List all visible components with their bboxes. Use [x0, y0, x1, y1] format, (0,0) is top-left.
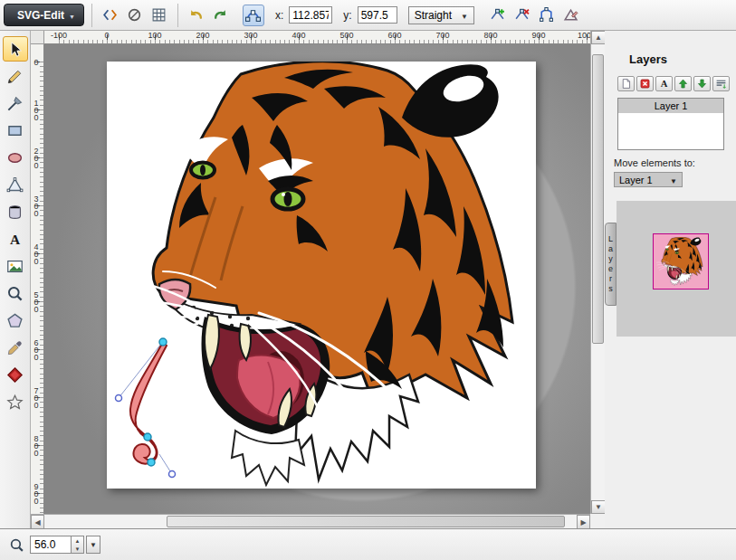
left-ruler: 0100200300400500600700800900 [31, 44, 44, 514]
move-layer-down-button[interactable] [693, 76, 711, 91]
delete-layer-button[interactable] [636, 76, 654, 91]
canvas-workarea[interactable] [44, 44, 590, 514]
scroll-left-arrow[interactable]: ◀ [31, 515, 44, 529]
delete-node-button[interactable] [511, 5, 533, 26]
horizontal-scrollbar[interactable]: ◀ ▶ [31, 514, 590, 528]
link-control-points-button[interactable] [243, 5, 264, 26]
green-up-arrow-icon [677, 78, 689, 90]
scroll-down-arrow[interactable]: ▼ [591, 500, 606, 514]
segment-type-value: Straight [415, 9, 452, 22]
layers-panel-handle[interactable]: Layers [605, 223, 617, 306]
zoom-stepper[interactable]: ▲ ▼ [72, 536, 84, 554]
canvas-page[interactable] [107, 62, 536, 489]
path-node[interactable] [144, 433, 151, 441]
ruler-label: 700 [32, 386, 41, 408]
convert-path-button[interactable] [560, 5, 582, 26]
vertical-scrollbar[interactable]: ▲ ▼ [590, 31, 605, 514]
path-node[interactable] [159, 338, 167, 346]
move-layer-up-button[interactable] [674, 76, 692, 91]
path-control-point[interactable] [169, 471, 176, 478]
node-x-input[interactable] [289, 6, 332, 24]
open-path-icon [539, 7, 554, 23]
line-tool[interactable] [3, 90, 28, 116]
path-control-point[interactable] [116, 395, 122, 402]
layer-list[interactable]: Layer 1 [617, 98, 724, 150]
undo-icon [188, 7, 204, 23]
open-path-button[interactable] [536, 5, 558, 26]
rect-tool[interactable] [3, 118, 28, 143]
zoom-preset-dropdown[interactable]: ▼ [86, 536, 100, 554]
tiger-artwork [112, 62, 512, 485]
ruler-label: 600 [32, 338, 41, 360]
undo-button[interactable] [186, 5, 207, 26]
left-toolbar: A [0, 31, 31, 528]
image-icon [6, 258, 24, 275]
ruler-label: 0 [32, 58, 41, 65]
ruler-label: 800 [32, 434, 41, 456]
eyedropper-tool[interactable] [3, 335, 28, 360]
layers-panel: Layers A Layer 1 Move elements to: Layer… [605, 31, 736, 560]
ruler-label: 1000 [578, 31, 590, 40]
select-tool[interactable] [3, 36, 28, 62]
node-y-input[interactable] [358, 6, 397, 24]
chevron-down-icon [461, 9, 468, 22]
ruler-label: 700 [435, 31, 449, 40]
green-down-arrow-icon [696, 78, 708, 90]
pencil-tool[interactable] [3, 63, 28, 89]
zoom-tool[interactable] [3, 280, 28, 306]
zoom-input[interactable] [30, 536, 72, 554]
ruler-label: 600 [387, 31, 401, 40]
layers-handle-label: Layers [607, 234, 616, 294]
zoom-step-down[interactable]: ▼ [72, 545, 83, 553]
polygon-tool[interactable] [3, 308, 28, 333]
rename-layer-button[interactable]: A [655, 76, 673, 91]
shape-button[interactable] [124, 5, 146, 26]
arrow-cursor-icon [6, 41, 24, 58]
red-x-icon [639, 78, 651, 90]
layer-buttons: A [617, 76, 730, 91]
cylinder-tool[interactable] [3, 199, 28, 224]
ruler-label: 500 [339, 31, 353, 40]
letter-a-icon: A [6, 231, 24, 248]
move-elements-value: Layer 1 [619, 175, 653, 185]
merge-layer-button[interactable] [712, 76, 730, 91]
triangle-nodes-icon [6, 176, 24, 194]
image-tool[interactable] [3, 253, 28, 279]
segment-type-select[interactable]: Straight [408, 6, 474, 24]
ellipse-tool[interactable] [3, 145, 28, 170]
new-layer-button[interactable] [617, 76, 635, 91]
scroll-right-arrow[interactable]: ▶ [577, 515, 590, 529]
layer-row[interactable]: Layer 1 [618, 99, 723, 113]
grid-icon [151, 7, 167, 23]
svg-edit-logo-label: SVG-Edit [17, 9, 64, 22]
path-tool[interactable] [3, 172, 28, 197]
ruler-label: 400 [292, 31, 305, 40]
scroll-up-arrow[interactable]: ▲ [591, 31, 606, 44]
ruler-label: 100 [32, 99, 41, 120]
star-icon [6, 394, 24, 411]
ruler-label: -100 [51, 31, 67, 40]
text-tool[interactable]: A [3, 226, 28, 252]
move-elements-select[interactable]: Layer 1 [614, 172, 683, 187]
path-node[interactable] [148, 459, 155, 466]
star-tool[interactable] [3, 389, 28, 414]
add-node-button[interactable] [487, 5, 509, 26]
svg-edit-menu-button[interactable]: SVG-Edit [4, 4, 84, 26]
shape-library-tool[interactable] [3, 362, 28, 387]
ruler-label: 900 [531, 31, 545, 40]
source-button[interactable] [100, 5, 121, 26]
redo-button[interactable] [210, 5, 232, 26]
ruler-label: 300 [32, 195, 41, 216]
cylinder-icon [6, 204, 24, 221]
merge-list-icon [715, 78, 727, 90]
vertical-scroll-thumb[interactable] [592, 54, 604, 344]
zoom-step-up[interactable]: ▲ [72, 536, 83, 545]
node-y-label: y: [343, 9, 351, 22]
pencil-icon [6, 68, 24, 85]
toolbar-divider [177, 4, 178, 27]
bottom-bar: ▲ ▼ ▼ [0, 528, 736, 560]
horizontal-scroll-thumb[interactable] [167, 516, 565, 527]
wireframe-button[interactable] [148, 5, 170, 26]
pentagon-icon [6, 312, 24, 329]
ruler-label: 300 [244, 31, 257, 40]
